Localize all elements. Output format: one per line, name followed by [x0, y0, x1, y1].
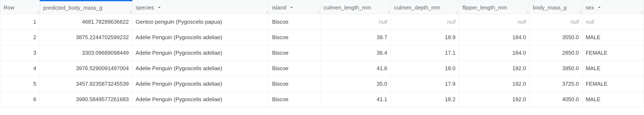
col-header-label: sex [586, 4, 594, 11]
table-body: 14681.78289636622Gentoo penguin (Pygosce… [0, 14, 644, 107]
cell-island: Biscoe [269, 30, 320, 45]
cell-culmen-depth-mm: 17.1 [391, 45, 459, 61]
cell-culmen-depth-mm: 17.9 [391, 76, 459, 91]
cell-predicted-body-mass-g: 3875.2244702599232 [40, 30, 132, 45]
results-table: Row predicted_body_mass_g species island… [0, 0, 644, 107]
col-header-label: island [272, 4, 286, 11]
resize-handle-icon[interactable] [265, 11, 268, 14]
table-row: 14681.78289636622Gentoo penguin (Pygosce… [0, 14, 644, 30]
cell-species: Gentoo penguin (Pygoscelis papua) [132, 14, 269, 30]
col-header-culmen-length-mm[interactable]: culmen_length_mm [320, 1, 391, 14]
col-header-label: culmen_depth_mm [394, 4, 440, 11]
cell-sex: FEMALE [582, 45, 644, 61]
cell-culmen-depth-mm: null [391, 14, 459, 30]
col-header-row[interactable]: Row [0, 1, 40, 14]
dropdown-icon[interactable] [597, 6, 602, 10]
cell-island: Biscoe [269, 76, 320, 91]
cell-species: Adelie Penguin (Pygoscelis adeliae) [132, 76, 269, 91]
table-row: 53457.9235873245539Adelie Penguin (Pygos… [0, 76, 644, 91]
cell-body-mass-g: 3550.0 [529, 30, 582, 45]
col-header-label: Row [4, 4, 14, 11]
cell-row-number: 4 [0, 61, 40, 76]
cell-sex: FEMALE [582, 76, 644, 91]
col-header-label: predicted_body_mass_g [43, 5, 102, 11]
col-header-predicted-body-mass-g[interactable]: predicted_body_mass_g [40, 1, 132, 14]
col-header-label: flipper_length_mm [462, 4, 507, 11]
cell-flipper-length-mm: 192.0 [459, 61, 529, 76]
cell-row-number: 2 [0, 30, 40, 45]
col-header-culmen-depth-mm[interactable]: culmen_depth_mm [391, 1, 459, 14]
cell-predicted-body-mass-g: 3303.09689098449 [40, 45, 132, 61]
cell-sex: MALE [582, 30, 644, 45]
cell-species: Adelie Penguin (Pygoscelis adeliae) [132, 45, 269, 61]
col-header-island[interactable]: island [269, 1, 320, 14]
cell-island: Biscoe [269, 45, 320, 61]
resize-handle-icon[interactable] [579, 11, 582, 14]
cell-culmen-length-mm: 41.1 [320, 91, 391, 107]
cell-sex: MALE [582, 91, 644, 107]
cell-row-number: 5 [0, 76, 40, 91]
col-header-label: body_mass_g [533, 4, 567, 11]
table-row: 63980.5849577261683Adelie Penguin (Pygos… [0, 91, 644, 107]
cell-sex: MALE [582, 61, 644, 76]
resize-handle-icon[interactable] [640, 11, 643, 14]
cell-culmen-length-mm: null [320, 14, 391, 30]
cell-predicted-body-mass-g: 4681.78289636622 [40, 14, 132, 30]
resize-handle-icon[interactable] [317, 11, 320, 14]
cell-predicted-body-mass-g: 3980.5849577261683 [40, 91, 132, 107]
cell-body-mass-g: null [529, 14, 582, 30]
col-header-label: species [136, 4, 154, 11]
cell-flipper-length-mm: null [459, 14, 529, 30]
cell-island: Biscoe [269, 14, 320, 30]
cell-body-mass-g: 3725.0 [529, 76, 582, 91]
cell-row-number: 3 [0, 45, 40, 61]
cell-island: Biscoe [269, 61, 320, 76]
cell-culmen-length-mm: 41.6 [320, 61, 391, 76]
cell-body-mass-g: 2850.0 [529, 45, 582, 61]
cell-species: Adelie Penguin (Pygoscelis adeliae) [132, 61, 269, 76]
resize-handle-icon[interactable] [456, 11, 458, 14]
resize-handle-icon[interactable] [36, 11, 39, 14]
cell-species: Adelie Penguin (Pygoscelis adeliae) [132, 30, 269, 45]
cell-predicted-body-mass-g: 3976.5290091497004 [40, 61, 132, 76]
cell-culmen-length-mm: 39.7 [320, 30, 391, 45]
cell-row-number: 6 [0, 91, 40, 107]
cell-culmen-length-mm: 36.4 [320, 45, 391, 61]
cell-body-mass-g: 4050.0 [529, 91, 582, 107]
cell-culmen-depth-mm: 18.2 [391, 91, 459, 107]
cell-body-mass-g: 3950.0 [529, 61, 582, 76]
cell-flipper-length-mm: 192.0 [459, 91, 529, 107]
dropdown-icon[interactable] [157, 6, 162, 10]
col-header-species[interactable]: species [132, 1, 269, 14]
cell-sex: null [582, 14, 644, 30]
cell-culmen-depth-mm: 18.9 [391, 30, 459, 45]
col-header-label: culmen_length_mm [324, 4, 371, 11]
dropdown-icon[interactable] [290, 6, 294, 10]
resize-handle-icon[interactable] [387, 11, 390, 14]
cell-flipper-length-mm: 184.0 [459, 30, 529, 45]
resize-handle-icon[interactable] [129, 11, 132, 14]
cell-predicted-body-mass-g: 3457.9235873245539 [40, 76, 132, 91]
col-header-body-mass-g[interactable]: body_mass_g [529, 1, 582, 14]
cell-species: Adelie Penguin (Pygoscelis adeliae) [132, 91, 269, 107]
header-row: Row predicted_body_mass_g species island… [0, 1, 644, 14]
table-row: 33303.09689098449Adelie Penguin (Pygosce… [0, 45, 644, 61]
col-header-flipper-length-mm[interactable]: flipper_length_mm [459, 1, 529, 14]
table-row: 23875.2244702599232Adelie Penguin (Pygos… [0, 30, 644, 45]
table-row: 43976.5290091497004Adelie Penguin (Pygos… [0, 61, 644, 76]
col-header-sex[interactable]: sex [582, 1, 644, 14]
cell-culmen-length-mm: 35.0 [320, 76, 391, 91]
cell-island: Biscoe [269, 91, 320, 107]
cell-flipper-length-mm: 184.0 [459, 45, 529, 61]
cell-flipper-length-mm: 192.0 [459, 76, 529, 91]
resize-handle-icon[interactable] [526, 11, 529, 14]
cell-culmen-depth-mm: 18.0 [391, 61, 459, 76]
cell-row-number: 1 [0, 14, 40, 30]
